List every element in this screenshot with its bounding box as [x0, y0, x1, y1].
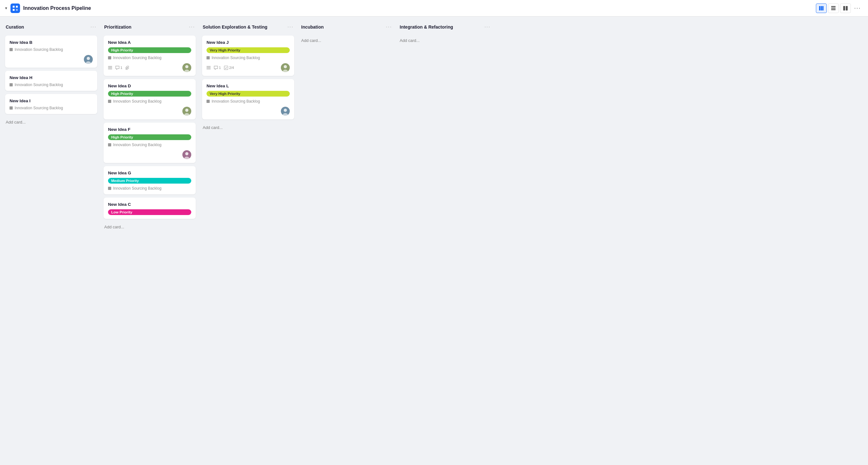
column-curation: Curation···New Idea BInnovation Sourcing…: [5, 24, 97, 127]
card-p-f[interactable]: New Idea FHigh PriorityInnovation Sourci…: [103, 123, 196, 163]
avatar: [84, 55, 93, 64]
svg-rect-15: [108, 66, 112, 67]
card-title-p-a: New Idea A: [108, 40, 191, 45]
card-p-c[interactable]: New Idea CLow Priority: [103, 197, 196, 219]
svg-rect-3: [16, 9, 18, 11]
card-p-d[interactable]: New Idea DHigh PriorityInnovation Sourci…: [103, 79, 196, 119]
card-title-s-l: New Idea L: [207, 84, 290, 88]
nav-chevron[interactable]: ▾: [5, 6, 7, 10]
card-tag-p-f: Innovation Sourcing Backlog: [108, 143, 191, 147]
column-integration: Integration & Refactoring···Add card...: [399, 24, 491, 45]
card-footer-p-a: 1: [108, 63, 191, 72]
more-options-button[interactable]: ···: [852, 3, 863, 13]
card-footer-p-d: [108, 107, 191, 116]
card-c-i[interactable]: New Idea IInnovation Sourcing Backlog: [5, 94, 97, 114]
tag-square-icon: [207, 56, 210, 59]
priority-badge-p-f: High Priority: [108, 134, 191, 140]
page-title: Innovation Process Pipeline: [23, 5, 813, 11]
tag-square-icon: [9, 48, 13, 51]
check-2-4-icon: 2/4: [224, 66, 234, 70]
add-card-solution[interactable]: Add card...: [202, 123, 294, 132]
add-card-integration[interactable]: Add card...: [399, 36, 491, 45]
svg-rect-0: [13, 6, 14, 8]
add-card-incubation[interactable]: Add card...: [301, 36, 393, 45]
card-title-c-i: New Idea I: [9, 98, 93, 103]
card-icons-s-j: 1 2/4: [207, 66, 234, 70]
card-c-b[interactable]: New Idea BInnovation Sourcing Backlog: [5, 36, 97, 68]
card-c-h[interactable]: New Idea HInnovation Sourcing Backlog: [5, 71, 97, 91]
priority-badge-p-g: Medium Priority: [108, 178, 191, 184]
svg-rect-28: [207, 67, 211, 68]
card-tag-s-l: Innovation Sourcing Backlog: [207, 99, 290, 103]
list-view-button[interactable]: [828, 3, 839, 13]
tag-square-icon: [207, 100, 210, 103]
tag-label: Innovation Sourcing Backlog: [14, 83, 63, 87]
card-icons-p-a: 1: [108, 66, 130, 70]
svg-rect-11: [846, 6, 848, 10]
tag-label: Innovation Sourcing Backlog: [113, 186, 161, 191]
tag-label: Innovation Sourcing Backlog: [14, 47, 63, 52]
add-card-prioritization[interactable]: Add card...: [103, 222, 196, 232]
svg-point-32: [284, 65, 287, 68]
card-tag-p-d: Innovation Sourcing Backlog: [108, 99, 191, 103]
view-controls: ···: [816, 3, 863, 13]
card-s-j[interactable]: New Idea JVery High PriorityInnovation S…: [202, 36, 294, 76]
priority-badge-p-d: High Priority: [108, 91, 191, 97]
card-title-p-d: New Idea D: [108, 84, 191, 88]
comment-1-icon: 1: [115, 66, 122, 70]
tag-square-icon: [9, 106, 13, 110]
column-title-integration: Integration & Refactoring: [400, 25, 453, 30]
svg-rect-9: [831, 9, 836, 10]
column-menu-integration[interactable]: ···: [485, 24, 491, 30]
column-menu-curation[interactable]: ···: [91, 24, 97, 30]
avatar: [281, 63, 290, 72]
avatar: [182, 107, 191, 116]
split-view-button[interactable]: [840, 3, 851, 13]
tag-label: Innovation Sourcing Backlog: [212, 99, 260, 103]
svg-point-25: [185, 152, 188, 155]
column-header-incubation: Incubation···: [301, 24, 393, 32]
board-view-button[interactable]: [816, 3, 827, 13]
svg-rect-8: [831, 8, 836, 8]
avatar: [281, 107, 290, 116]
card-footer-s-l: [207, 107, 290, 116]
svg-rect-4: [819, 6, 820, 10]
column-header-prioritization: Prioritization···: [103, 24, 196, 32]
card-s-l[interactable]: New Idea LVery High PriorityInnovation S…: [202, 79, 294, 119]
svg-point-19: [185, 65, 188, 68]
tag-square-icon: [108, 143, 111, 147]
card-title-p-g: New Idea G: [108, 170, 191, 175]
card-p-g[interactable]: New Idea GMedium PriorityInnovation Sour…: [103, 166, 196, 194]
card-title-c-h: New Idea H: [9, 75, 93, 80]
column-title-solution: Solution Exploration & Testing: [203, 25, 268, 30]
card-tag-s-j: Innovation Sourcing Backlog: [207, 56, 290, 60]
column-menu-incubation[interactable]: ···: [386, 24, 392, 30]
card-title-s-j: New Idea J: [207, 40, 290, 45]
column-title-incubation: Incubation: [301, 25, 324, 30]
card-footer-s-j: 1 2/4: [207, 63, 290, 72]
svg-rect-16: [108, 67, 112, 68]
column-header-curation: Curation···: [5, 24, 97, 32]
card-tag-c-b: Innovation Sourcing Backlog: [9, 47, 93, 52]
column-incubation: Incubation···Add card...: [301, 24, 393, 45]
card-tag-c-h: Innovation Sourcing Backlog: [9, 83, 93, 87]
comment-1-icon: 1: [214, 66, 221, 70]
svg-rect-30: [224, 66, 228, 69]
priority-badge-p-a: High Priority: [108, 47, 191, 53]
svg-rect-7: [831, 6, 836, 7]
tag-label: Innovation Sourcing Backlog: [14, 106, 63, 110]
column-menu-solution[interactable]: ···: [287, 24, 293, 30]
svg-rect-29: [207, 69, 211, 69]
svg-point-22: [185, 108, 188, 112]
tag-label: Innovation Sourcing Backlog: [113, 56, 161, 60]
card-p-a[interactable]: New Idea AHigh PriorityInnovation Sourci…: [103, 36, 196, 76]
card-tag-p-a: Innovation Sourcing Backlog: [108, 56, 191, 60]
svg-rect-10: [843, 6, 845, 10]
card-title-p-f: New Idea F: [108, 127, 191, 132]
tag-square-icon: [108, 100, 111, 103]
svg-rect-17: [108, 69, 112, 69]
tag-square-icon: [9, 83, 13, 86]
column-menu-prioritization[interactable]: ···: [189, 24, 195, 30]
card-title-c-b: New Idea B: [9, 40, 93, 45]
add-card-curation[interactable]: Add card...: [5, 117, 97, 127]
